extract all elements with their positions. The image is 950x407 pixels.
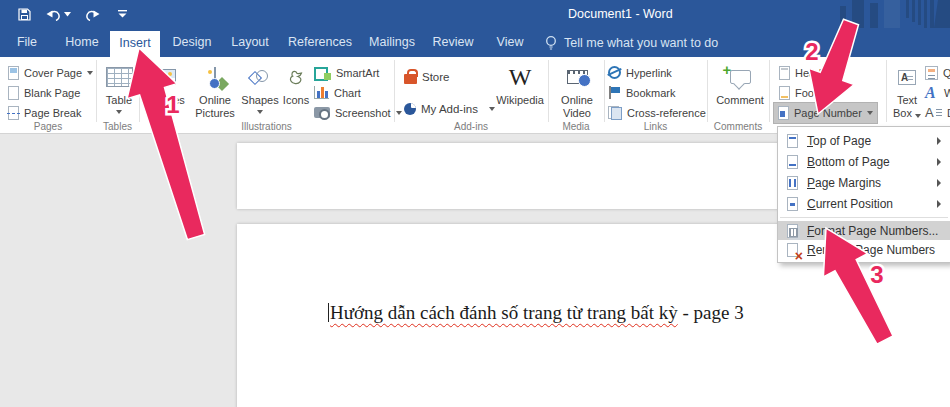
dropdown-caret-icon: [116, 110, 122, 114]
document-heading-line[interactable]: Hướng dẫn cách đánh số trang từ trang bấ…: [328, 302, 744, 324]
document-heading-suffix: - page 3: [678, 302, 744, 323]
hyperlink-label: Hyperlink: [626, 67, 672, 79]
undo-caret-icon: [64, 12, 71, 17]
pictures-button[interactable]: Pictures: [142, 60, 188, 126]
online-pictures-button[interactable]: Online Pictures: [190, 60, 240, 126]
tab-layout[interactable]: Layout: [222, 28, 278, 57]
online-video-label-2: Video: [563, 107, 591, 120]
wordart-button[interactable]: WordArt: [925, 83, 950, 102]
blank-page-button[interactable]: Blank Page: [8, 83, 80, 102]
redo-button[interactable]: [82, 3, 102, 25]
undo-button[interactable]: [44, 3, 72, 25]
drop-cap-icon: [925, 106, 942, 120]
save-icon: [18, 8, 31, 21]
group-separator: [394, 60, 395, 122]
tell-me-box[interactable]: Tell me what you want to do: [545, 28, 718, 57]
tab-mailings[interactable]: Mailings: [362, 28, 422, 57]
submenu-arrow-icon: [937, 158, 941, 166]
header-icon: [779, 66, 790, 80]
text-box-label-2: Box: [893, 107, 921, 120]
header-label: Header: [795, 67, 831, 79]
cross-reference-label: Cross-reference: [627, 107, 706, 119]
customize-toolbar-icon: [117, 9, 128, 19]
drop-cap-button[interactable]: Drop Cap: [925, 103, 950, 122]
online-video-button[interactable]: Online Video: [552, 60, 602, 126]
text-box-button[interactable]: Text Box: [889, 60, 925, 126]
menu-item-format-page-numbers[interactable]: Format Page Numbers...: [778, 221, 950, 240]
remove-page-numbers-icon: [787, 243, 798, 257]
menu-separator: [780, 217, 948, 218]
menu-item-label: Page Margins: [807, 176, 881, 190]
online-pictures-label-2: Pictures: [195, 107, 235, 120]
bookmark-label: Bookmark: [626, 87, 676, 99]
page-number-button[interactable]: Page Number: [773, 102, 878, 124]
text-cursor: [328, 303, 329, 322]
online-video-label-1: Online: [561, 94, 593, 107]
cover-page-button[interactable]: Cover Page: [8, 63, 93, 82]
header-button[interactable]: Header: [779, 63, 842, 82]
chart-button[interactable]: Chart: [314, 83, 361, 102]
titlebar-watermark-decoration: [838, 0, 950, 28]
undo-icon: [46, 8, 62, 21]
addins-group-label: Add-ins: [394, 121, 548, 132]
hyperlink-button[interactable]: Hyperlink: [608, 63, 672, 82]
menu-item-label: Format Page Numbers...: [807, 224, 938, 238]
wikipedia-label: Wikipedia: [496, 94, 544, 107]
duck-icon: [286, 69, 306, 85]
online-pictures-label-1: Online: [199, 94, 231, 107]
quick-parts-icon: [925, 66, 938, 80]
tables-group-label: Tables: [96, 121, 139, 132]
window-title: Document1 - Word: [568, 0, 673, 28]
menu-item-bottom-of-page[interactable]: Bottom of Page: [778, 151, 950, 172]
icons-button[interactable]: Icons: [280, 60, 312, 126]
comment-button[interactable]: Comment: [712, 60, 768, 126]
tab-references[interactable]: References: [284, 28, 356, 57]
table-label: Table: [106, 94, 132, 107]
dropdown-caret-icon: [867, 111, 873, 115]
tab-insert[interactable]: Insert: [110, 31, 160, 57]
dropdown-caret-icon: [836, 71, 842, 75]
customize-quick-access-button[interactable]: [112, 3, 132, 25]
tab-home[interactable]: Home: [59, 28, 105, 57]
wikipedia-icon: W: [509, 64, 532, 90]
tab-file[interactable]: File: [5, 28, 49, 57]
quick-parts-button[interactable]: Quick Parts: [925, 63, 950, 82]
ribbon-tab-bar: File Home Insert Design Layout Reference…: [0, 28, 950, 57]
footer-button[interactable]: Footer: [779, 83, 838, 102]
text-box-label-1: Text: [897, 94, 917, 107]
menu-item-current-position[interactable]: Current Position: [778, 193, 950, 214]
menu-item-page-margins[interactable]: Page Margins: [778, 172, 950, 193]
shapes-button[interactable]: Shapes: [242, 60, 278, 126]
globe-icon: [209, 78, 220, 89]
menu-item-label: Remove Page Numbers: [807, 243, 935, 257]
wikipedia-button[interactable]: W Wikipedia: [494, 60, 546, 126]
my-addins-button[interactable]: My Add-ins: [404, 99, 495, 118]
menu-item-top-of-page[interactable]: Top of Page: [778, 130, 950, 151]
screenshot-button[interactable]: Screenshot: [314, 103, 402, 122]
comment-label: Comment: [716, 94, 764, 107]
document-heading-vietnamese: Hướng dẫn cách đánh số trang từ trang bấ…: [330, 302, 678, 323]
pages-group-label: Pages: [4, 121, 92, 132]
footer-icon: [779, 86, 790, 100]
group-separator: [886, 60, 887, 122]
redo-icon: [84, 8, 100, 21]
save-button[interactable]: [14, 3, 34, 25]
cross-reference-button[interactable]: Cross-reference: [608, 103, 706, 122]
my-addins-label: My Add-ins: [421, 103, 478, 115]
new-comment-icon: [730, 70, 751, 84]
smartart-label: SmartArt: [336, 67, 379, 79]
tab-review[interactable]: Review: [427, 28, 479, 57]
store-button[interactable]: Store: [404, 67, 450, 86]
tab-design[interactable]: Design: [164, 28, 220, 57]
group-separator: [139, 60, 140, 122]
bookmark-button[interactable]: Bookmark: [608, 83, 676, 102]
tab-view[interactable]: View: [488, 28, 532, 57]
screenshot-label: Screenshot: [335, 107, 391, 119]
page-break-button[interactable]: Page Break: [8, 103, 81, 122]
quick-parts-label: Quick Parts: [943, 67, 950, 79]
smartart-button[interactable]: SmartArt: [314, 63, 379, 82]
table-button[interactable]: Table: [99, 60, 139, 126]
menu-item-remove-page-numbers[interactable]: Remove Page Numbers: [778, 240, 950, 259]
table-icon: [106, 67, 133, 87]
footer-label: Footer: [795, 87, 827, 99]
